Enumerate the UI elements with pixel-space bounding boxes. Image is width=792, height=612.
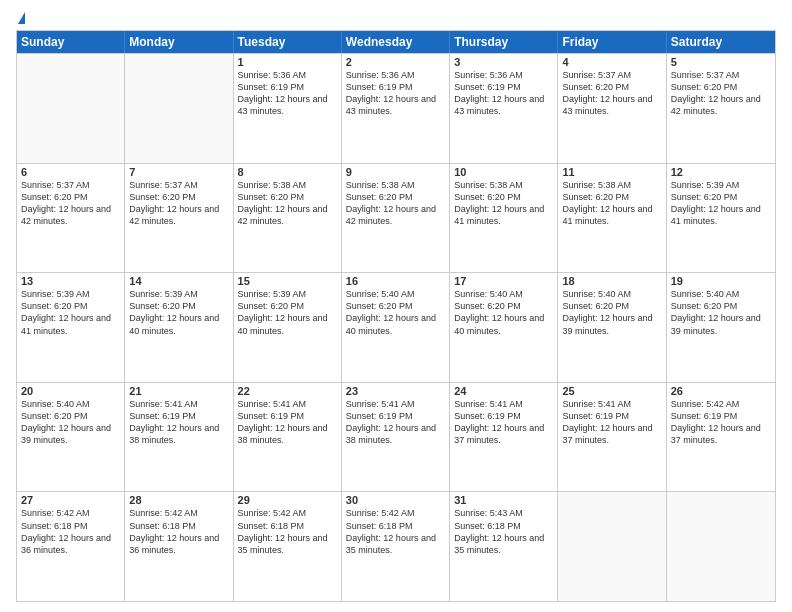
day-number: 22 (238, 385, 337, 397)
logo-triangle-icon (18, 12, 25, 24)
cal-cell: 24Sunrise: 5:41 AM Sunset: 6:19 PM Dayli… (450, 383, 558, 492)
page: SundayMondayTuesdayWednesdayThursdayFrid… (0, 0, 792, 612)
week-row-2: 6Sunrise: 5:37 AM Sunset: 6:20 PM Daylig… (17, 163, 775, 273)
cal-cell: 30Sunrise: 5:42 AM Sunset: 6:18 PM Dayli… (342, 492, 450, 601)
day-info: Sunrise: 5:36 AM Sunset: 6:19 PM Dayligh… (346, 69, 445, 118)
day-info: Sunrise: 5:42 AM Sunset: 6:18 PM Dayligh… (346, 507, 445, 556)
day-info: Sunrise: 5:38 AM Sunset: 6:20 PM Dayligh… (454, 179, 553, 228)
day-info: Sunrise: 5:36 AM Sunset: 6:19 PM Dayligh… (454, 69, 553, 118)
day-info: Sunrise: 5:37 AM Sunset: 6:20 PM Dayligh… (21, 179, 120, 228)
day-number: 18 (562, 275, 661, 287)
header-day-monday: Monday (125, 31, 233, 53)
cal-cell (125, 54, 233, 163)
cal-cell: 16Sunrise: 5:40 AM Sunset: 6:20 PM Dayli… (342, 273, 450, 382)
day-number: 4 (562, 56, 661, 68)
day-number: 16 (346, 275, 445, 287)
day-info: Sunrise: 5:38 AM Sunset: 6:20 PM Dayligh… (562, 179, 661, 228)
header-day-saturday: Saturday (667, 31, 775, 53)
week-row-5: 27Sunrise: 5:42 AM Sunset: 6:18 PM Dayli… (17, 491, 775, 601)
day-number: 23 (346, 385, 445, 397)
cal-cell: 12Sunrise: 5:39 AM Sunset: 6:20 PM Dayli… (667, 164, 775, 273)
calendar-body: 1Sunrise: 5:36 AM Sunset: 6:19 PM Daylig… (17, 53, 775, 601)
cal-cell: 5Sunrise: 5:37 AM Sunset: 6:20 PM Daylig… (667, 54, 775, 163)
calendar-header: SundayMondayTuesdayWednesdayThursdayFrid… (17, 31, 775, 53)
day-info: Sunrise: 5:42 AM Sunset: 6:19 PM Dayligh… (671, 398, 771, 447)
cal-cell: 1Sunrise: 5:36 AM Sunset: 6:19 PM Daylig… (234, 54, 342, 163)
cal-cell: 9Sunrise: 5:38 AM Sunset: 6:20 PM Daylig… (342, 164, 450, 273)
cal-cell: 7Sunrise: 5:37 AM Sunset: 6:20 PM Daylig… (125, 164, 233, 273)
header-day-wednesday: Wednesday (342, 31, 450, 53)
day-info: Sunrise: 5:37 AM Sunset: 6:20 PM Dayligh… (129, 179, 228, 228)
cal-cell: 13Sunrise: 5:39 AM Sunset: 6:20 PM Dayli… (17, 273, 125, 382)
cal-cell: 20Sunrise: 5:40 AM Sunset: 6:20 PM Dayli… (17, 383, 125, 492)
day-number: 21 (129, 385, 228, 397)
day-number: 8 (238, 166, 337, 178)
day-number: 31 (454, 494, 553, 506)
cal-cell: 31Sunrise: 5:43 AM Sunset: 6:18 PM Dayli… (450, 492, 558, 601)
logo (16, 12, 25, 24)
day-info: Sunrise: 5:40 AM Sunset: 6:20 PM Dayligh… (21, 398, 120, 447)
day-number: 29 (238, 494, 337, 506)
day-number: 15 (238, 275, 337, 287)
day-number: 12 (671, 166, 771, 178)
day-number: 9 (346, 166, 445, 178)
cal-cell: 3Sunrise: 5:36 AM Sunset: 6:19 PM Daylig… (450, 54, 558, 163)
cal-cell (17, 54, 125, 163)
day-info: Sunrise: 5:39 AM Sunset: 6:20 PM Dayligh… (21, 288, 120, 337)
day-number: 20 (21, 385, 120, 397)
day-info: Sunrise: 5:41 AM Sunset: 6:19 PM Dayligh… (346, 398, 445, 447)
day-number: 28 (129, 494, 228, 506)
header-day-friday: Friday (558, 31, 666, 53)
cal-cell: 28Sunrise: 5:42 AM Sunset: 6:18 PM Dayli… (125, 492, 233, 601)
day-number: 10 (454, 166, 553, 178)
cal-cell: 25Sunrise: 5:41 AM Sunset: 6:19 PM Dayli… (558, 383, 666, 492)
day-number: 1 (238, 56, 337, 68)
week-row-1: 1Sunrise: 5:36 AM Sunset: 6:19 PM Daylig… (17, 53, 775, 163)
day-info: Sunrise: 5:41 AM Sunset: 6:19 PM Dayligh… (129, 398, 228, 447)
day-number: 17 (454, 275, 553, 287)
week-row-3: 13Sunrise: 5:39 AM Sunset: 6:20 PM Dayli… (17, 272, 775, 382)
header (16, 12, 776, 24)
cal-cell: 4Sunrise: 5:37 AM Sunset: 6:20 PM Daylig… (558, 54, 666, 163)
header-day-thursday: Thursday (450, 31, 558, 53)
cal-cell (558, 492, 666, 601)
day-number: 30 (346, 494, 445, 506)
day-info: Sunrise: 5:40 AM Sunset: 6:20 PM Dayligh… (346, 288, 445, 337)
day-info: Sunrise: 5:39 AM Sunset: 6:20 PM Dayligh… (671, 179, 771, 228)
calendar: SundayMondayTuesdayWednesdayThursdayFrid… (16, 30, 776, 602)
day-info: Sunrise: 5:39 AM Sunset: 6:20 PM Dayligh… (238, 288, 337, 337)
day-info: Sunrise: 5:37 AM Sunset: 6:20 PM Dayligh… (562, 69, 661, 118)
cal-cell: 17Sunrise: 5:40 AM Sunset: 6:20 PM Dayli… (450, 273, 558, 382)
day-number: 25 (562, 385, 661, 397)
day-info: Sunrise: 5:38 AM Sunset: 6:20 PM Dayligh… (346, 179, 445, 228)
cal-cell: 6Sunrise: 5:37 AM Sunset: 6:20 PM Daylig… (17, 164, 125, 273)
day-info: Sunrise: 5:40 AM Sunset: 6:20 PM Dayligh… (562, 288, 661, 337)
day-number: 14 (129, 275, 228, 287)
day-number: 5 (671, 56, 771, 68)
cal-cell: 26Sunrise: 5:42 AM Sunset: 6:19 PM Dayli… (667, 383, 775, 492)
cal-cell: 29Sunrise: 5:42 AM Sunset: 6:18 PM Dayli… (234, 492, 342, 601)
day-info: Sunrise: 5:41 AM Sunset: 6:19 PM Dayligh… (238, 398, 337, 447)
day-number: 26 (671, 385, 771, 397)
day-info: Sunrise: 5:43 AM Sunset: 6:18 PM Dayligh… (454, 507, 553, 556)
day-info: Sunrise: 5:38 AM Sunset: 6:20 PM Dayligh… (238, 179, 337, 228)
day-info: Sunrise: 5:41 AM Sunset: 6:19 PM Dayligh… (454, 398, 553, 447)
cal-cell: 27Sunrise: 5:42 AM Sunset: 6:18 PM Dayli… (17, 492, 125, 601)
cal-cell: 19Sunrise: 5:40 AM Sunset: 6:20 PM Dayli… (667, 273, 775, 382)
cal-cell: 15Sunrise: 5:39 AM Sunset: 6:20 PM Dayli… (234, 273, 342, 382)
cal-cell: 21Sunrise: 5:41 AM Sunset: 6:19 PM Dayli… (125, 383, 233, 492)
header-day-tuesday: Tuesday (234, 31, 342, 53)
cal-cell: 23Sunrise: 5:41 AM Sunset: 6:19 PM Dayli… (342, 383, 450, 492)
day-info: Sunrise: 5:37 AM Sunset: 6:20 PM Dayligh… (671, 69, 771, 118)
day-number: 6 (21, 166, 120, 178)
day-number: 3 (454, 56, 553, 68)
day-info: Sunrise: 5:40 AM Sunset: 6:20 PM Dayligh… (454, 288, 553, 337)
day-number: 19 (671, 275, 771, 287)
day-info: Sunrise: 5:36 AM Sunset: 6:19 PM Dayligh… (238, 69, 337, 118)
cal-cell: 10Sunrise: 5:38 AM Sunset: 6:20 PM Dayli… (450, 164, 558, 273)
day-info: Sunrise: 5:40 AM Sunset: 6:20 PM Dayligh… (671, 288, 771, 337)
cal-cell (667, 492, 775, 601)
day-number: 7 (129, 166, 228, 178)
cal-cell: 2Sunrise: 5:36 AM Sunset: 6:19 PM Daylig… (342, 54, 450, 163)
day-number: 13 (21, 275, 120, 287)
